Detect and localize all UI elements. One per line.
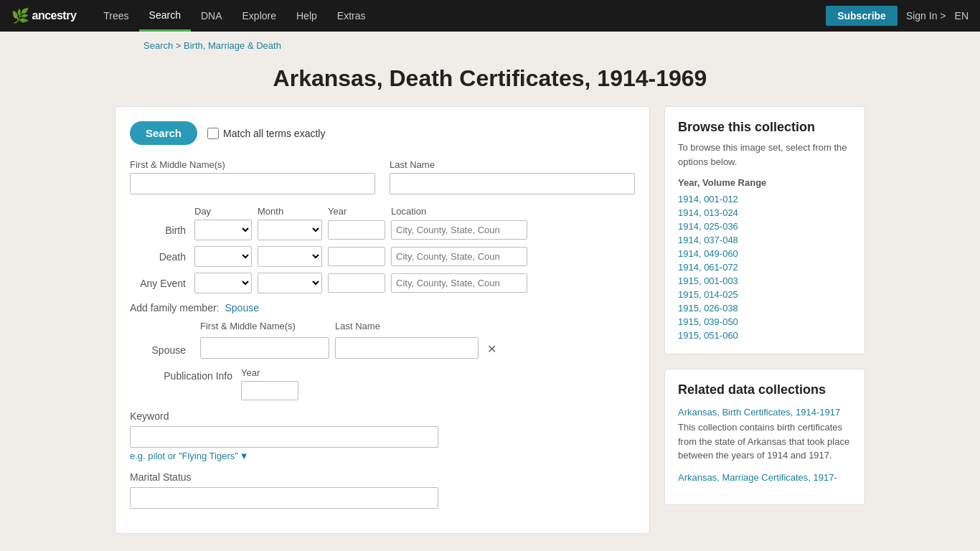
page-title: Arkansas, Death Certificates, 1914-1969 <box>0 65 980 92</box>
any-event-label: Any Event <box>130 278 194 289</box>
related-link-0[interactable]: Arkansas, Birth Certificates, 1914-1917 <box>678 407 840 418</box>
birth-day-select[interactable] <box>194 220 252 240</box>
browse-collection-description: To browse this image set, select from th… <box>678 141 852 169</box>
death-month-select[interactable] <box>258 246 322 267</box>
nav-link-search[interactable]: Search <box>139 0 191 32</box>
birth-location-input[interactable] <box>391 220 527 240</box>
nav-link-dna[interactable]: DNA <box>191 0 232 32</box>
browse-link-0[interactable]: 1914, 001-012 <box>678 194 852 204</box>
breadcrumb-separator: > <box>176 40 184 51</box>
related-collections-title: Related data collections <box>678 382 852 397</box>
related-item-1: Arkansas, Marriage Certificates, 1917- <box>678 471 852 483</box>
remove-spouse-button[interactable]: ✕ <box>484 339 499 359</box>
match-terms-checkbox[interactable] <box>207 128 219 139</box>
sidebar: Browse this collection To browse this im… <box>664 106 865 534</box>
breadcrumb: Search > Birth, Marriage & Death <box>0 32 980 60</box>
browse-link-9[interactable]: 1915, 039-050 <box>678 316 852 327</box>
birth-year-input[interactable] <box>328 220 385 240</box>
death-year-input[interactable] <box>328 247 385 266</box>
nav-link-help[interactable]: Help <box>286 0 327 32</box>
browse-links-list: 1914, 001-012 1914, 013-024 1914, 025-03… <box>678 194 852 341</box>
browse-collection-box: Browse this collection To browse this im… <box>664 106 865 354</box>
related-link-1[interactable]: Arkansas, Marriage Certificates, 1917- <box>678 472 837 483</box>
navigation: 🌿 ancestry Trees Search DNA Explore Help… <box>0 0 980 32</box>
first-name-field-group: First & Middle Name(s) <box>130 159 375 194</box>
spouse-label: Spouse <box>130 344 194 359</box>
name-fields-row: First & Middle Name(s) Last Name <box>130 159 635 194</box>
add-family-text: Add family member: <box>130 302 219 314</box>
first-name-input[interactable] <box>130 173 375 194</box>
related-collections-box: Related data collections Arkansas, Birth… <box>664 369 865 505</box>
match-terms-label[interactable]: Match all terms exactly <box>207 128 325 139</box>
nav-link-extras[interactable]: Extras <box>327 0 376 32</box>
pub-year-label: Year <box>241 367 298 378</box>
logo-text: ancestry <box>32 9 77 22</box>
any-event-year-input[interactable] <box>328 273 385 293</box>
search-top: Search Match all terms exactly <box>130 121 635 145</box>
marital-status-label: Marital Status <box>130 471 635 483</box>
any-event-day-select[interactable] <box>194 273 252 293</box>
publication-info-row: Publication Info Year <box>130 367 635 400</box>
col-header-month: Month <box>258 206 322 217</box>
death-event-row: Death <box>130 246 635 267</box>
birth-month-select[interactable] <box>258 220 322 240</box>
death-day-select[interactable] <box>194 246 252 267</box>
chevron-down-icon: ▼ <box>240 451 249 461</box>
nav-link-explore[interactable]: Explore <box>232 0 286 32</box>
subscribe-button[interactable]: Subscribe <box>826 6 897 26</box>
death-event-fields <box>194 246 527 267</box>
spouse-last-name-input[interactable] <box>335 337 479 359</box>
browse-link-2[interactable]: 1914, 025-036 <box>678 221 852 232</box>
logo-leaf-icon: 🌿 <box>11 7 29 24</box>
main-content: Search Match all terms exactly First & M… <box>0 106 980 551</box>
nav-link-trees[interactable]: Trees <box>93 0 138 32</box>
match-terms-text: Match all terms exactly <box>223 128 325 139</box>
last-name-field-group: Last Name <box>390 159 635 194</box>
keyword-hint[interactable]: e.g. pilot or "Flying Tigers" ▼ <box>130 451 635 461</box>
family-member-header: Add family member: Spouse <box>130 302 635 314</box>
event-col-headers: Day Month Year Location <box>130 206 635 217</box>
browse-link-7[interactable]: 1915, 014-025 <box>678 289 852 300</box>
pub-year-input[interactable] <box>241 381 298 400</box>
spouse-last-name-field: Last Name <box>335 321 479 359</box>
keyword-label: Keyword <box>130 410 635 422</box>
death-location-input[interactable] <box>391 247 527 266</box>
browse-range-label: Year, Volume Range <box>678 177 852 188</box>
nav-links: Trees Search DNA Explore Help Extras <box>93 0 826 32</box>
col-headers-list: Day Month Year Location <box>194 206 527 217</box>
marital-status-input[interactable] <box>130 487 438 509</box>
browse-link-1[interactable]: 1914, 013-024 <box>678 207 852 218</box>
related-item-0: Arkansas, Birth Certificates, 1914-1917 … <box>678 406 852 463</box>
breadcrumb-search-link[interactable]: Search <box>143 40 173 51</box>
language-selector[interactable]: EN <box>955 10 969 22</box>
keyword-section: Keyword e.g. pilot or "Flying Tigers" ▼ <box>130 410 635 461</box>
death-event-label: Death <box>130 251 194 263</box>
spouse-first-name-input[interactable] <box>200 337 329 359</box>
family-member-section: Add family member: Spouse Spouse First &… <box>130 302 635 400</box>
spouse-first-name-label: First & Middle Name(s) <box>200 321 329 331</box>
browse-link-6[interactable]: 1915, 001-003 <box>678 276 852 286</box>
search-button[interactable]: Search <box>130 121 197 145</box>
browse-link-4[interactable]: 1914, 049-060 <box>678 248 852 259</box>
col-header-year: Year <box>328 206 385 217</box>
last-name-input[interactable] <box>390 173 635 194</box>
spouse-first-name-field: First & Middle Name(s) <box>200 321 329 359</box>
any-event-row: Any Event <box>130 273 635 293</box>
pub-info-label: Publication Info <box>130 367 241 382</box>
marital-status-section: Marital Status <box>130 471 635 509</box>
search-panel: Search Match all terms exactly First & M… <box>115 106 650 534</box>
breadcrumb-category-link[interactable]: Birth, Marriage & Death <box>184 40 281 51</box>
browse-link-8[interactable]: 1915, 026-038 <box>678 303 852 314</box>
any-event-location-input[interactable] <box>391 273 527 293</box>
browse-link-5[interactable]: 1914, 061-072 <box>678 262 852 273</box>
logo[interactable]: 🌿 ancestry <box>11 7 76 24</box>
first-name-label: First & Middle Name(s) <box>130 159 375 170</box>
birth-event-fields <box>194 220 527 240</box>
birth-event-label: Birth <box>130 225 194 236</box>
keyword-input[interactable] <box>130 426 438 448</box>
browse-link-10[interactable]: 1915, 051-060 <box>678 330 852 341</box>
sign-in-link[interactable]: Sign In > <box>906 10 946 22</box>
any-event-month-select[interactable] <box>258 273 322 293</box>
spouse-link[interactable]: Spouse <box>225 302 258 314</box>
browse-link-3[interactable]: 1914, 037-048 <box>678 235 852 245</box>
